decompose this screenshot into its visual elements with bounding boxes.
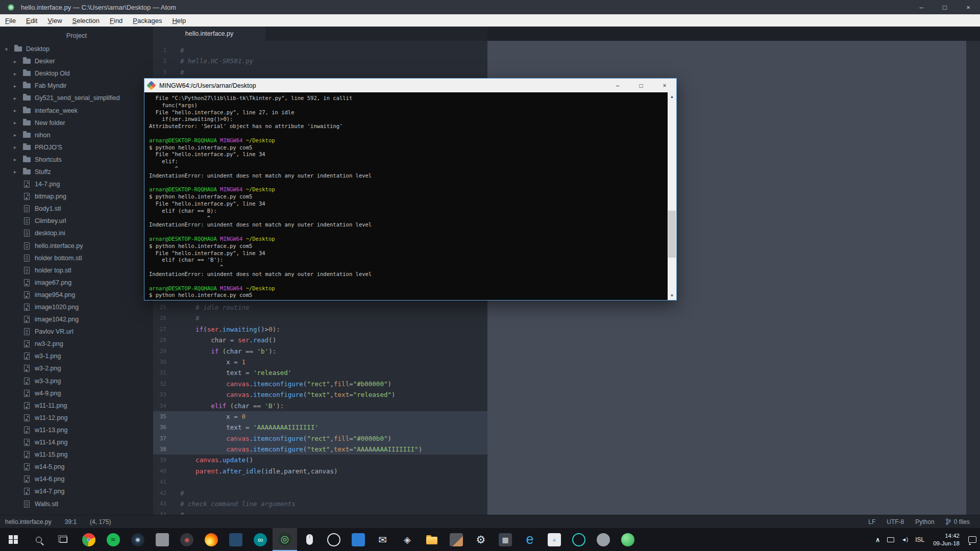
minimize-button[interactable]: – xyxy=(910,0,933,14)
taskbar-app-app-silver[interactable]: ◈ xyxy=(395,528,420,551)
taskbar-app-file-explorer[interactable] xyxy=(420,528,444,551)
taskbar-app-calculator[interactable]: ▦ xyxy=(493,528,518,551)
tree-file-image1042-png[interactable]: image1042.png xyxy=(0,313,153,325)
tree-folder-interface-week[interactable]: ▸interface_week xyxy=(0,104,153,116)
code-line-25[interactable]: 25 # idle routine xyxy=(153,302,487,313)
maximize-button[interactable]: □ xyxy=(933,0,957,14)
code-line-26[interactable]: 26 # xyxy=(153,313,487,323)
terminal-minimize-button[interactable]: – xyxy=(606,79,629,92)
code-line-32[interactable]: 32 canvas.itemconfigure("rect",fill="#b0… xyxy=(153,379,487,389)
tree-file-image67-png[interactable]: image67.png xyxy=(0,277,153,289)
tree-folder-desker[interactable]: ▸Desker xyxy=(0,55,153,67)
tree-file-rw3-2-png[interactable]: rw3-2.png xyxy=(0,338,153,350)
menu-item-view[interactable]: View xyxy=(42,14,67,27)
tree-folder-desktop[interactable]: ▾Desktop xyxy=(0,43,153,55)
taskbar-app-firefox[interactable] xyxy=(199,528,224,551)
taskbar-app-arduino[interactable]: ∞ xyxy=(248,528,273,551)
tree-file-bitmap-png[interactable]: bitmap.png xyxy=(0,190,153,203)
tree-file-w4-9-png[interactable]: w4-9.png xyxy=(0,387,153,399)
code-line-41[interactable]: 41 xyxy=(153,477,487,487)
taskbar-app-app-gray[interactable] xyxy=(150,528,175,551)
tree-file-w11-11-png[interactable]: w11-11.png xyxy=(0,399,153,412)
tray-display-icon[interactable] xyxy=(884,528,898,551)
status-file-name[interactable]: hello.interface.py xyxy=(5,518,52,525)
code-line-2[interactable]: 2# hello.HC-SR501.py xyxy=(153,56,487,66)
code-line-1[interactable]: 1# xyxy=(153,45,487,56)
editor-scrollbar[interactable] xyxy=(966,41,980,515)
status-encoding[interactable]: UTF-8 xyxy=(887,518,904,525)
tree-folder-projo-s[interactable]: ▸PROJO'S xyxy=(0,141,153,154)
tree-file-w11-15-png[interactable]: w11-15.png xyxy=(0,448,153,461)
code-line-31[interactable]: 31 text = 'released' xyxy=(153,367,487,378)
search-button[interactable] xyxy=(27,528,51,551)
tab-hello-interface[interactable]: hello.interface.py xyxy=(153,27,265,41)
taskbar-app-photos[interactable]: ▲ xyxy=(542,528,567,551)
code-line-30[interactable]: 30 x = 1 xyxy=(153,357,487,367)
taskbar-app-steam[interactable]: ◉ xyxy=(126,528,150,551)
terminal-output[interactable]: File "C:\Python27\lib\lib-tk\Tkinter.py"… xyxy=(144,92,668,300)
tray-volume-icon[interactable]: ◄) xyxy=(898,528,912,551)
tree-folder-gy521-send-serial-simplified[interactable]: ▸Gy521_send_serial_simplified xyxy=(0,92,153,104)
tree-file-w11-13-png[interactable]: w11-13.png xyxy=(0,424,153,436)
taskbar-app-app-cyan[interactable] xyxy=(567,528,591,551)
menu-item-find[interactable]: Find xyxy=(105,14,128,27)
task-view-button[interactable] xyxy=(51,528,76,551)
taskbar-app-app-camera[interactable]: ◉ xyxy=(175,528,199,551)
terminal-close-button[interactable]: × xyxy=(653,79,676,92)
tree-file-image1020-png[interactable]: image1020.png xyxy=(0,301,153,313)
tree-file-pavlov-vr-url[interactable]: Pavlov VR.url xyxy=(0,325,153,338)
tree-file-w14-7-png[interactable]: w14-7.png xyxy=(0,485,153,497)
tree-file-climbey-url[interactable]: Climbey.url xyxy=(0,215,153,227)
code-line-42[interactable]: 42# xyxy=(153,488,487,498)
code-line-29[interactable]: 29 if (char == 'b'): xyxy=(153,346,487,357)
menu-item-packages[interactable]: Packages xyxy=(128,14,167,27)
tray-clock[interactable]: 14:42 09-Jun-18 xyxy=(928,528,965,551)
scroll-down-icon[interactable]: ▼ xyxy=(668,291,676,300)
scrollbar-thumb[interactable] xyxy=(668,211,676,258)
menu-item-file[interactable]: File xyxy=(0,14,21,27)
tree-file-desktop-ini[interactable]: desktop.ini xyxy=(0,227,153,239)
scroll-up-icon[interactable]: ▲ xyxy=(668,92,676,101)
tree-folder-desktop-old[interactable]: ▸Desktop Old xyxy=(0,67,153,80)
menu-item-edit[interactable]: Edit xyxy=(21,14,42,27)
tree-file-w14-5-png[interactable]: w14-5.png xyxy=(0,461,153,473)
tree-folder-fab-myndir[interactable]: ▸Fab Myndir xyxy=(0,80,153,92)
code-line-43[interactable]: 43# check command line arguments xyxy=(153,498,487,509)
code-line-3[interactable]: 3# xyxy=(153,67,487,78)
menu-item-selection[interactable]: Selection xyxy=(67,14,105,27)
tree-file-hello-interface-py[interactable]: hello.interface.py xyxy=(0,240,153,252)
taskbar-app-mouse-app[interactable] xyxy=(297,528,322,551)
taskbar-app-app-gray-circle[interactable] xyxy=(591,528,616,551)
code-line-27[interactable]: 27 if(ser.inwaiting()>0): xyxy=(153,324,487,335)
tree-file-body1-stl[interactable]: Body1.stl xyxy=(0,203,153,215)
taskbar-app-atom[interactable]: ◎ xyxy=(273,528,297,551)
git-status[interactable]: 0 files xyxy=(946,518,970,525)
taskbar-app-app-blue[interactable] xyxy=(346,528,371,551)
tree-file-walls-stl[interactable]: Walls.stl xyxy=(0,497,153,510)
tray-chevron-icon[interactable]: ∧ xyxy=(872,528,884,551)
taskbar-app-mail[interactable]: ✉ xyxy=(371,528,395,551)
tree-file-image954-png[interactable]: image954.png xyxy=(0,289,153,301)
taskbar-app-edge[interactable]: e xyxy=(518,528,542,551)
taskbar-app-chrome[interactable]: ● xyxy=(77,528,101,551)
notification-center-button[interactable] xyxy=(965,528,980,551)
mingw64-terminal-window[interactable]: MINGW64:/c/Users/arnar/Desktop – □ × Fil… xyxy=(144,78,677,300)
tree-file-w3-1-png[interactable]: w3-1.png xyxy=(0,350,153,362)
tree-file-holder-top-stl[interactable]: holder top.stl xyxy=(0,264,153,277)
code-line-37[interactable]: 37 canvas.itemconfigure("rect",fill="#00… xyxy=(153,433,487,444)
taskbar-app-app-navy[interactable] xyxy=(224,528,248,551)
taskbar-app-obs[interactable] xyxy=(322,528,346,551)
tree-file-w14-6-png[interactable]: w14-6.png xyxy=(0,473,153,485)
taskbar-app-spotify[interactable]: ≈ xyxy=(101,528,126,551)
code-line-36[interactable]: 36 text = 'AAAAAAAAIIIIIII' xyxy=(153,422,487,433)
status-line-ending[interactable]: LF xyxy=(868,518,875,525)
tree-file-w3-3-png[interactable]: w3-3.png xyxy=(0,375,153,387)
tray-language[interactable]: ISL xyxy=(912,528,928,551)
tree-file-holder-bottom-stl[interactable]: holder bottom.stl xyxy=(0,252,153,264)
tree-folder-new-folder[interactable]: ▸New folder xyxy=(0,117,153,129)
status-cursor-position[interactable]: 39:1 xyxy=(65,518,77,525)
code-line-40[interactable]: 40 parent.after_idle(idle,parent,canvas) xyxy=(153,466,487,477)
code-line-35[interactable]: 35 x = 0 xyxy=(153,411,487,422)
status-language[interactable]: Python xyxy=(915,518,934,525)
tree-folder-nihon[interactable]: ▸nihon xyxy=(0,129,153,141)
